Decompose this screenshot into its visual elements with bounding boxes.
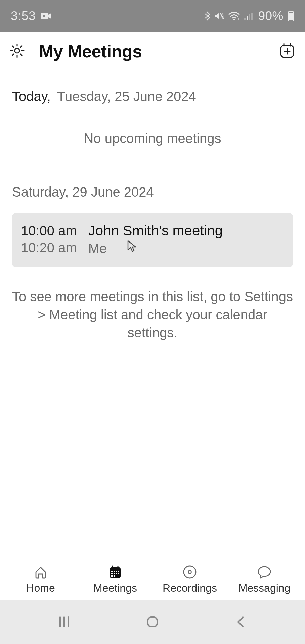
wifi-icon: + <box>228 12 240 20</box>
tab-messaging[interactable]: Messaging <box>227 565 302 594</box>
svg-point-40 <box>188 571 191 574</box>
svg-text:+: + <box>237 17 240 20</box>
recents-icon <box>57 614 72 630</box>
page-title: My Meetings <box>39 41 266 61</box>
status-left: 3:53 <box>11 9 52 23</box>
svg-line-20 <box>20 46 22 47</box>
tab-meetings[interactable]: Meetings <box>78 565 152 594</box>
tab-recordings[interactable]: Recordings <box>152 565 227 594</box>
meeting-times: 10:00 am 10:20 am <box>21 222 77 257</box>
svg-rect-11 <box>289 13 293 20</box>
status-right: + 90% <box>204 9 294 23</box>
recents-button[interactable] <box>54 612 74 632</box>
svg-rect-29 <box>111 571 113 572</box>
meeting-info: John Smith's meeting Me <box>88 222 284 257</box>
empty-message: No upcoming meetings <box>12 131 293 146</box>
tab-home[interactable]: Home <box>3 565 78 594</box>
chat-icon <box>257 565 272 579</box>
mute-icon <box>214 11 224 21</box>
svg-rect-38 <box>114 575 115 577</box>
section-date: Saturday, 29 June 2024 <box>12 184 293 200</box>
home-nav-icon <box>145 614 160 630</box>
calendar-plus-icon <box>280 43 295 59</box>
svg-point-3 <box>233 18 235 20</box>
svg-line-17 <box>12 46 14 47</box>
content: Today, Tuesday, 25 June 2024 No upcoming… <box>0 70 305 342</box>
meeting-title: John Smith's meeting <box>88 222 284 239</box>
svg-rect-31 <box>116 571 117 572</box>
signal-icon <box>244 12 254 20</box>
svg-rect-37 <box>111 575 113 577</box>
svg-rect-36 <box>118 573 119 574</box>
bluetooth-icon <box>204 11 210 21</box>
svg-rect-30 <box>114 571 115 572</box>
svg-rect-33 <box>111 573 113 574</box>
svg-point-39 <box>184 566 196 578</box>
today-label: Today, <box>12 89 51 104</box>
calendar-icon <box>108 565 123 579</box>
svg-rect-7 <box>249 14 250 20</box>
home-icon <box>33 565 48 579</box>
record-icon <box>182 565 197 579</box>
tab-bar: Home Meetings Recordings Messaging <box>0 555 305 600</box>
svg-point-12 <box>15 48 19 53</box>
tab-messaging-label: Messaging <box>238 582 291 594</box>
meeting-card[interactable]: 10:00 am 10:20 am John Smith's meeting M… <box>12 213 293 267</box>
today-date: Tuesday, 25 June 2024 <box>57 89 196 104</box>
svg-rect-44 <box>148 617 157 627</box>
tab-meetings-label: Meetings <box>93 582 137 594</box>
help-text: To see more meetings in this list, go to… <box>12 287 293 342</box>
battery-icon <box>288 11 294 21</box>
app-header: My Meetings <box>0 32 305 70</box>
camera-icon <box>41 12 52 20</box>
svg-line-18 <box>20 54 22 55</box>
settings-button[interactable] <box>9 43 26 60</box>
gear-icon <box>9 43 25 60</box>
meeting-organizer: Me <box>88 240 284 257</box>
android-nav-bar <box>0 600 305 644</box>
tab-recordings-label: Recordings <box>163 582 217 594</box>
back-icon <box>233 614 248 630</box>
tab-home-label: Home <box>26 582 55 594</box>
today-header: Today, Tuesday, 25 June 2024 <box>12 89 293 104</box>
status-time: 3:53 <box>11 9 36 23</box>
svg-rect-34 <box>114 573 115 574</box>
meeting-start-time: 10:00 am <box>21 222 77 239</box>
status-bar: 3:53 + 90% <box>0 0 305 32</box>
svg-rect-32 <box>118 571 119 572</box>
svg-point-1 <box>43 15 45 17</box>
svg-rect-5 <box>244 18 246 20</box>
svg-rect-6 <box>247 16 248 20</box>
battery-percent: 90% <box>258 9 284 23</box>
back-button[interactable] <box>231 612 251 632</box>
svg-line-19 <box>12 54 14 55</box>
add-meeting-button[interactable] <box>279 44 295 59</box>
home-button[interactable] <box>142 612 163 632</box>
svg-rect-8 <box>251 13 253 20</box>
meeting-end-time: 10:20 am <box>21 239 77 256</box>
svg-rect-35 <box>116 573 117 574</box>
